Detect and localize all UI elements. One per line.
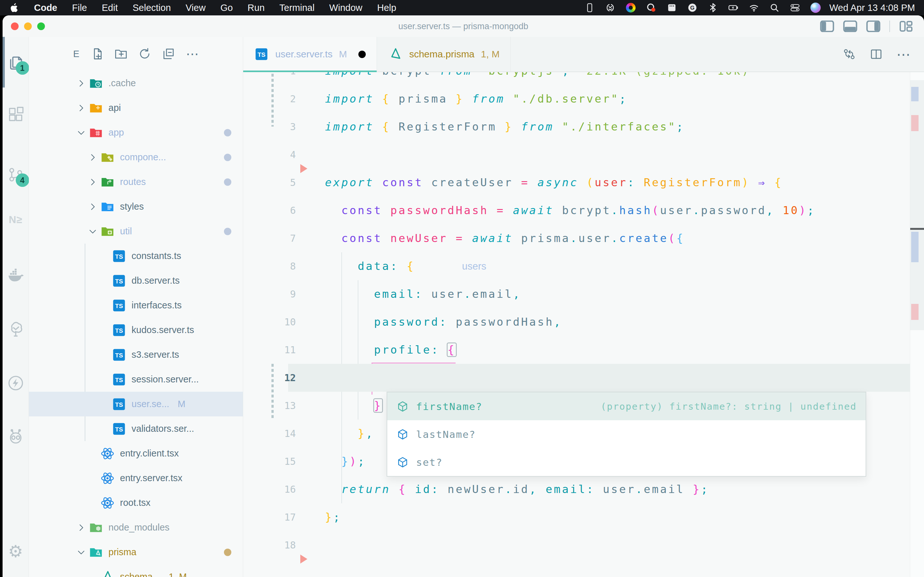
tree-item-prisma[interactable]: prisma [29,540,243,564]
keyboard-icon[interactable] [666,2,677,13]
overview-mark-error [911,304,919,320]
activity-item-robot[interactable] [7,428,25,446]
activity-item-pieces[interactable] [7,321,25,338]
tree-item-entry-server-tsx[interactable]: entry.server.tsx [29,466,243,490]
shazam-icon[interactable] [605,2,615,13]
chevron-right-icon[interactable] [76,103,87,113]
split-editor-icon[interactable] [869,47,883,61]
activity-item-docker[interactable] [7,266,25,284]
chevron-down-icon[interactable] [76,127,87,138]
tree-item-entry-client-tsx[interactable]: entry.client.tsx [29,441,243,466]
tree-item-util[interactable]: util [29,219,243,243]
activity-item-nx[interactable]: N≥ [7,211,25,229]
wifi-icon[interactable] [748,2,759,13]
svg-text:TS: TS [115,253,123,260]
new-file-icon[interactable] [90,47,104,61]
code-editor[interactable]: 1import bcrypt from "bcryptjs"; 22.1K (g… [243,72,924,577]
open-changes-icon[interactable] [843,47,856,61]
code-line-5: 5export const createUser = async (user: … [243,169,924,197]
tab-label: schema.prisma [409,49,474,60]
siri-icon[interactable] [810,2,821,13]
menu-item-view[interactable]: View [186,3,206,13]
battery-icon[interactable] [728,2,739,13]
tree-item-constants-ts[interactable]: TSconstants.ts [29,243,243,268]
tree-item-label: prisma [108,547,136,558]
toggle-secondary-sidebar-icon[interactable] [866,21,880,32]
toggle-primary-sidebar-icon[interactable] [820,21,834,32]
tree-item-user-se-[interactable]: TSuser.se...M [29,392,243,416]
line-number: 3 [243,113,296,141]
bluetooth-icon[interactable] [708,2,718,13]
code-text: import { prisma } from "./db.server"; [325,85,627,113]
menu-bar-clock[interactable]: Wed Apr 13 4:08 PM [829,3,915,13]
tree-item-db-server-ts[interactable]: TSdb.server.ts [29,268,243,293]
tree-item-styles[interactable]: styles [29,194,243,219]
activity-item-source-control[interactable]: 4 [7,166,25,184]
new-folder-icon[interactable] [114,47,128,61]
menu-item-run[interactable]: Run [248,3,265,13]
chevron-down-icon[interactable] [87,226,98,237]
tree-item-interfaces-ts[interactable]: TSinterfaces.ts [29,293,243,318]
chevron-right-icon[interactable] [87,152,98,163]
tree-item-node-modules[interactable]: node_modules [29,515,243,540]
property-cube-icon [396,456,409,469]
menu-item-file[interactable]: File [72,3,87,13]
tree-item-session-server-[interactable]: TSsession.server... [29,367,243,392]
activity-badge: 4 [16,173,29,187]
display-icon[interactable] [584,2,595,13]
suggest-item-firstname-[interactable]: firstName?(property) firstName?: string … [387,392,866,420]
activity-item-settings[interactable]: ⚙ [7,542,25,560]
tree-item-schema-[interactable]: schema...1, M [29,564,243,577]
activity-item-extensions[interactable] [7,106,25,124]
ts-file-icon: TS [111,249,126,263]
chevron-right-icon[interactable] [87,201,98,212]
menu-item-terminal[interactable]: Terminal [279,3,315,13]
suggest-item-set-[interactable]: set? [387,448,866,476]
code-text: data: { [325,252,415,280]
tree-item-validators-ser-[interactable]: TSvalidators.ser... [29,416,243,441]
code-text: return { id: newUser.id, email: user.ema… [325,475,709,503]
refresh-icon[interactable] [137,47,152,61]
chevron-right-icon[interactable] [87,177,98,187]
ts-file-icon: TS [254,47,269,61]
collapse-all-icon[interactable] [162,47,176,61]
activity-item-thunder-client[interactable] [7,374,25,392]
menu-item-help[interactable]: Help [377,3,397,13]
g-app-icon[interactable]: G [687,2,698,13]
svg-text:TS: TS [115,377,123,384]
suggest-item-lastname-[interactable]: lastName? [387,420,866,448]
tree-item-label: constants.ts [132,251,181,261]
editor-tab-schema-prisma[interactable]: schema.prisma1, M [377,37,511,71]
tree-item-compone-[interactable]: compone... [29,145,243,169]
more-actions-icon[interactable]: ⋯ [897,46,911,63]
tree-item-api[interactable]: api [29,95,243,120]
tree-item-s3-server-ts[interactable]: TSs3.server.ts [29,342,243,367]
spotlight-icon[interactable] [769,2,780,13]
tree-item-kudos-server-ts[interactable]: TSkudos.server.ts [29,318,243,342]
customize-layout-icon[interactable] [899,21,913,32]
menu-item-code[interactable]: Code [34,3,57,13]
color-wheel-icon[interactable] [625,2,636,13]
control-center-icon[interactable] [790,2,800,13]
chevron-down-icon[interactable] [76,547,87,558]
tree-item-routes[interactable]: routes [29,169,243,194]
tree-item-label: root.tsx [120,498,150,508]
tree-item-root-tsx[interactable]: root.tsx [29,490,243,515]
more-icon[interactable]: ⋯ [185,47,199,61]
dirty-indicator[interactable] [359,51,366,58]
activity-item-explorer[interactable]: 1 [7,53,25,71]
chevron-right-icon[interactable] [76,78,87,89]
code-text: profile: { [325,336,456,364]
tree-item--cache[interactable]: .cache [29,71,243,95]
recording-icon[interactable] [646,2,657,13]
chevron-right-icon[interactable] [76,522,87,533]
editor-tab-user-server-ts[interactable]: TSuser.server.tsM [243,37,377,71]
menu-item-edit[interactable]: Edit [102,3,118,13]
menu-item-selection[interactable]: Selection [132,3,171,13]
toggle-panel-icon[interactable] [843,21,857,32]
tree-item-app[interactable]: app [29,120,243,145]
menu-item-window[interactable]: Window [329,3,362,13]
menu-item-go[interactable]: Go [220,3,233,13]
ts-file-icon: TS [111,274,126,288]
apple-icon[interactable] [9,2,20,13]
